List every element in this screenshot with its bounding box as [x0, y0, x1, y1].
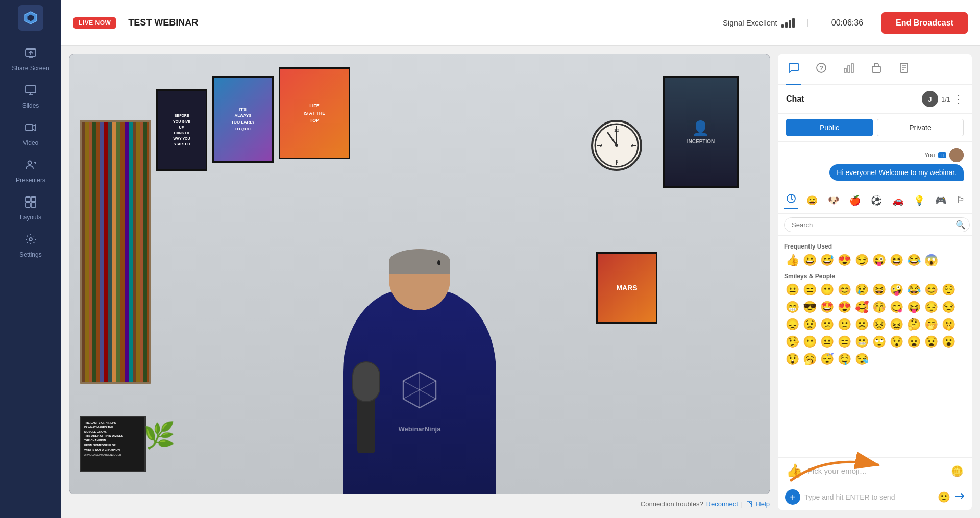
- chat-panel-tab[interactable]: [786, 60, 801, 78]
- stats-panel-tab[interactable]: [841, 60, 856, 78]
- emoji-item[interactable]: 😪: [853, 351, 870, 367]
- emoji-item[interactable]: 🤔: [905, 316, 922, 333]
- emoji-item[interactable]: 🤩: [819, 299, 835, 315]
- reconnect-link[interactable]: Reconnect: [706, 500, 738, 508]
- emoji-item[interactable]: 😒: [940, 299, 957, 315]
- emoji-cat-recent[interactable]: [784, 191, 798, 209]
- emoji-cat-sports[interactable]: ⚽: [869, 193, 884, 208]
- emoji-item[interactable]: 😀: [801, 252, 818, 268]
- emoji-cat-animals[interactable]: 🐶: [826, 193, 841, 208]
- emoji-cat-symbols[interactable]: 🎮: [933, 193, 948, 208]
- emoji-item[interactable]: 😣: [871, 316, 887, 333]
- sidebar-item-video[interactable]: Video: [0, 115, 61, 153]
- emoji-item[interactable]: 😋: [888, 299, 904, 315]
- sidebar-item-layouts[interactable]: Layouts: [0, 190, 61, 227]
- emoji-item[interactable]: 😊: [923, 282, 939, 298]
- emoji-item[interactable]: 😶: [819, 282, 835, 298]
- emoji-item[interactable]: 😦: [905, 334, 922, 350]
- emoji-item[interactable]: 😆: [871, 282, 887, 298]
- svg-rect-15: [31, 203, 36, 207]
- chat-message-input[interactable]: [804, 493, 934, 501]
- emoji-item[interactable]: 🥱: [801, 351, 818, 367]
- handout-panel-tab[interactable]: [896, 60, 912, 78]
- emoji-scroll-area[interactable]: Frequently Used 👍 😀 😅 😍 😏 😜 😆 😂 😱 Smile: [778, 236, 972, 457]
- chat-messages: You H Hi everyone! Welcome to my webinar…: [778, 142, 972, 187]
- questions-panel-tab[interactable]: ?: [814, 60, 829, 78]
- emoji-item[interactable]: 😂: [905, 282, 922, 298]
- emoji-item[interactable]: 😅: [819, 252, 835, 268]
- emoji-item[interactable]: 😚: [871, 299, 887, 315]
- chat-add-button[interactable]: +: [785, 489, 800, 505]
- emoji-item[interactable]: 🙄: [871, 334, 887, 350]
- video-panel: THE LAST 3 OR 4 REPSIS WHAT MAKES THEMUS…: [69, 54, 770, 510]
- chat-emoji-button[interactable]: 🙂: [938, 491, 950, 503]
- emoji-item[interactable]: 😐: [784, 282, 800, 298]
- emoji-item[interactable]: 😖: [888, 316, 904, 333]
- emoji-item[interactable]: 😕: [819, 316, 835, 333]
- broadcast-timer: 00:06:36: [831, 18, 863, 28]
- video-scene: THE LAST 3 OR 4 REPSIS WHAT MAKES THEMUS…: [69, 54, 770, 494]
- external-link-icon: [746, 501, 753, 508]
- emoji-item[interactable]: 😔: [923, 299, 939, 315]
- emoji-cat-objects[interactable]: 💡: [912, 193, 927, 208]
- sidebar: Share Screen Slides Video: [0, 0, 61, 518]
- emoji-cat-travel[interactable]: 🚗: [890, 193, 905, 208]
- help-link[interactable]: Help: [756, 500, 770, 508]
- svg-text:9: 9: [599, 143, 602, 148]
- emoji-item[interactable]: 😐: [819, 334, 835, 350]
- emoji-item[interactable]: 😧: [923, 334, 939, 350]
- smileys-people-title: Smileys & People: [784, 273, 966, 280]
- emoji-item[interactable]: ☹️: [853, 316, 870, 333]
- emoji-item[interactable]: 😌: [940, 282, 957, 298]
- emoji-item[interactable]: 😁: [784, 299, 800, 315]
- emoji-item[interactable]: 🤭: [923, 316, 939, 333]
- emoji-item[interactable]: 😶: [801, 334, 818, 350]
- emoji-search-input[interactable]: [784, 217, 970, 232]
- emoji-item[interactable]: 😎: [801, 299, 818, 315]
- emoji-item[interactable]: 🥰: [853, 299, 870, 315]
- public-tab[interactable]: Public: [786, 119, 873, 136]
- private-tab[interactable]: Private: [877, 119, 964, 136]
- emoji-item[interactable]: 😟: [801, 316, 818, 333]
- emoji-item[interactable]: 🤪: [888, 282, 904, 298]
- emoji-item[interactable]: 😑: [801, 282, 818, 298]
- emoji-item[interactable]: 😴: [819, 351, 835, 367]
- chat-more-button[interactable]: ⋮: [953, 93, 964, 105]
- sidebar-item-slides[interactable]: Slides: [0, 78, 61, 115]
- emoji-item[interactable]: 😱: [923, 252, 939, 268]
- emoji-item[interactable]: 😑: [836, 334, 852, 350]
- emoji-item[interactable]: 😮: [940, 334, 957, 350]
- shirt-logo: WebinarNinja: [399, 425, 441, 433]
- poster1-decor: BEFOREYOU GIVEUP,THINK OFWHY YOUSTARTED: [156, 89, 207, 171]
- emoji-item[interactable]: 😆: [888, 252, 904, 268]
- person-body: WebinarNinja: [343, 290, 496, 494]
- emoji-item[interactable]: 😲: [784, 351, 800, 367]
- app-logo[interactable]: [18, 5, 43, 31]
- emoji-item[interactable]: 😏: [853, 252, 870, 268]
- sidebar-item-share-screen[interactable]: Share Screen: [0, 41, 61, 78]
- emoji-item[interactable]: 😬: [853, 334, 870, 350]
- sidebar-item-settings[interactable]: Settings: [0, 227, 61, 264]
- emoji-item[interactable]: 😍: [836, 252, 852, 268]
- emoji-cat-smileys[interactable]: 😀: [804, 193, 820, 208]
- emoji-item[interactable]: 🤤: [836, 351, 852, 367]
- chat-send-button[interactable]: [954, 491, 965, 504]
- emoji-item[interactable]: 😜: [871, 252, 887, 268]
- emoji-item[interactable]: 🤫: [940, 316, 957, 333]
- emoji-item[interactable]: 😢: [853, 282, 870, 298]
- emoji-item[interactable]: 😯: [888, 334, 904, 350]
- sidebar-layouts-label: Layouts: [20, 214, 41, 221]
- offers-panel-tab[interactable]: [869, 60, 884, 78]
- emoji-item[interactable]: 😂: [905, 252, 922, 268]
- emoji-item[interactable]: 🙁: [836, 316, 852, 333]
- sidebar-item-presenters[interactable]: Presenters: [0, 153, 61, 190]
- emoji-item[interactable]: 🤥: [784, 334, 800, 350]
- emoji-cat-food[interactable]: 🍎: [847, 193, 863, 208]
- emoji-cat-flags[interactable]: 🏳: [954, 193, 968, 208]
- emoji-item[interactable]: 😝: [905, 299, 922, 315]
- end-broadcast-button[interactable]: End Broadcast: [881, 12, 968, 34]
- emoji-item[interactable]: 😊: [836, 282, 852, 298]
- emoji-item[interactable]: 😍: [836, 299, 852, 315]
- emoji-item[interactable]: 👍: [784, 252, 800, 268]
- emoji-item[interactable]: 😞: [784, 316, 800, 333]
